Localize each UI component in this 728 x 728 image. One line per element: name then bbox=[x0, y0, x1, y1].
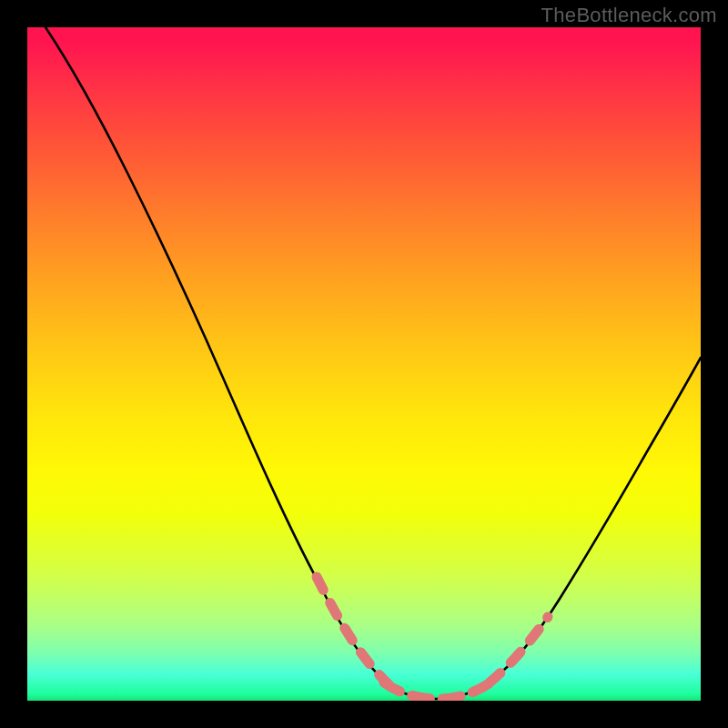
watermark-text: TheBottleneck.com bbox=[541, 4, 717, 27]
main-curve bbox=[46, 27, 701, 699]
left-dotted-overlay bbox=[317, 577, 389, 684]
curve-layer bbox=[27, 27, 701, 701]
right-dotted-overlay bbox=[490, 617, 548, 682]
chart-frame: TheBottleneck.com bbox=[0, 0, 728, 728]
plot-area bbox=[27, 27, 701, 701]
bottom-dotted-overlay bbox=[384, 681, 493, 699]
